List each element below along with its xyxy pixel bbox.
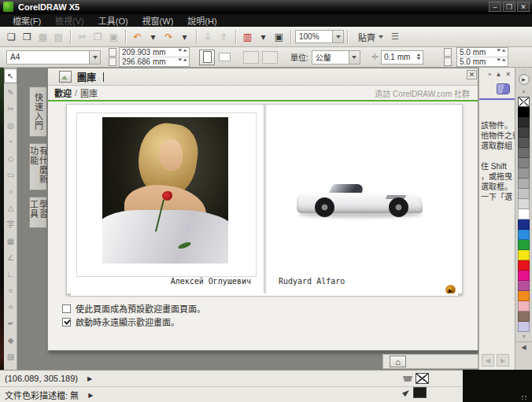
color-swatch[interactable]: [518, 107, 530, 117]
portrait-button[interactable]: [199, 50, 215, 65]
zoom-level-combo[interactable]: 100%: [295, 30, 344, 43]
color-swatch[interactable]: [518, 240, 530, 250]
palette-scroll-down-icon[interactable]: ▼: [515, 332, 532, 341]
home-button[interactable]: ⌂: [390, 356, 406, 367]
community-link[interactable]: 造訪 CorelDRAW.com 社群: [375, 87, 470, 99]
outline-pen-tool-icon[interactable]: ✒: [4, 315, 17, 332]
connector-tool-icon[interactable]: ∟: [4, 266, 17, 282]
docker-close-icon[interactable]: ✕: [505, 71, 511, 78]
gallery-image-car[interactable]: [294, 142, 429, 218]
units-combo[interactable]: 公釐: [312, 50, 360, 65]
color-swatch[interactable]: [518, 189, 530, 199]
color-swatch[interactable]: [518, 168, 530, 179]
launcher-dropdown-icon[interactable]: ▾: [256, 30, 271, 44]
redo-dropdown-icon[interactable]: ▾: [177, 30, 192, 44]
zoom-tool-icon[interactable]: ◎: [4, 117, 17, 134]
chevron-down-icon[interactable]: [349, 51, 360, 64]
all-pages-button[interactable]: [243, 51, 259, 64]
palette-scroll-up-icon[interactable]: ▲: [515, 87, 532, 96]
paper-size-combo[interactable]: A4: [6, 50, 101, 65]
color-swatch[interactable]: [518, 138, 530, 148]
rectangle-tool-icon[interactable]: ▭: [4, 167, 17, 183]
docker-collapse-icon[interactable]: »: [488, 71, 491, 78]
table-tool-icon[interactable]: ▦: [4, 233, 17, 249]
color-swatch[interactable]: [518, 230, 530, 240]
palette-expand-icon[interactable]: ◀: [515, 341, 532, 353]
palette-flyout-button[interactable]: ▶: [519, 74, 530, 85]
polygon-tool-icon[interactable]: △: [4, 200, 17, 216]
nudge-distance-field[interactable]: 0.1 mm: [381, 50, 423, 65]
redo-icon[interactable]: ↷: [161, 30, 176, 44]
menu-help[interactable]: 說明(H): [187, 14, 216, 27]
welcome-close-button[interactable]: ✕: [467, 70, 477, 79]
separator[interactable]: [125, 30, 127, 44]
current-page-button[interactable]: [262, 51, 278, 64]
color-swatch[interactable]: [518, 158, 530, 168]
gallery-tab-label[interactable]: 圖庫: [77, 70, 96, 83]
snap-to-dropdown[interactable]: 貼齊: [358, 31, 383, 43]
open-icon[interactable]: ❒: [20, 30, 35, 44]
chevron-down-icon[interactable]: [332, 31, 343, 42]
color-swatch[interactable]: [518, 209, 530, 219]
print-icon[interactable]: ▤: [51, 30, 66, 44]
crop-tool-icon[interactable]: ✂: [4, 101, 17, 117]
shape-tool-icon[interactable]: ✎: [4, 84, 17, 101]
duplicate-x-field[interactable]: 5.0 mm: [457, 48, 508, 57]
ellipse-tool-icon[interactable]: ○: [4, 183, 17, 200]
docker-dock-icon[interactable]: ▲: [495, 71, 501, 78]
color-swatch[interactable]: [518, 148, 530, 158]
resize-grip[interactable]: [521, 395, 527, 400]
cut-icon[interactable]: ✂: [75, 30, 90, 44]
color-swatch[interactable]: [518, 322, 530, 332]
color-swatch[interactable]: [518, 260, 530, 271]
hints-icon[interactable]: [497, 83, 510, 94]
text-tool-icon[interactable]: 字: [4, 216, 17, 233]
color-swatch[interactable]: [518, 127, 530, 138]
menu-view[interactable]: 檢視(V): [55, 14, 84, 27]
stepper-icons[interactable]: [417, 53, 421, 60]
duplicate-y-field[interactable]: 5.0 mm: [457, 57, 508, 66]
breadcrumb-welcome[interactable]: 歡迎: [54, 87, 72, 99]
color-swatch[interactable]: [518, 199, 530, 209]
pick-tool-icon[interactable]: ↖: [4, 68, 17, 83]
separator[interactable]: [290, 30, 292, 44]
color-swatch[interactable]: [518, 281, 530, 291]
paste-icon[interactable]: ▣: [106, 30, 121, 44]
stepper-icons[interactable]: [497, 58, 505, 61]
color-swatch[interactable]: [518, 117, 530, 127]
color-swatch[interactable]: [518, 179, 530, 189]
interactive-fill-tool-icon[interactable]: ▨: [4, 349, 17, 365]
back-button[interactable]: ◀: [482, 354, 494, 367]
close-button[interactable]: ✕: [517, 2, 530, 12]
tab-quick-start[interactable]: 快速入門: [29, 87, 46, 137]
fill-color-indicator[interactable]: [403, 373, 429, 384]
smart-fill-tool-icon[interactable]: ◇: [4, 150, 17, 167]
color-swatch[interactable]: [518, 291, 530, 301]
freehand-tool-icon[interactable]: ~: [4, 134, 17, 150]
always-show-checkbox[interactable]: [62, 318, 71, 326]
dimension-tool-icon[interactable]: ∠: [4, 249, 17, 266]
separator[interactable]: [70, 30, 72, 44]
copy-icon[interactable]: ❐: [91, 30, 105, 44]
forward-button[interactable]: ▶: [497, 354, 509, 367]
export-icon[interactable]: ⇧: [216, 30, 231, 44]
stepper-icons[interactable]: [178, 49, 187, 51]
undo-icon[interactable]: ↶: [130, 30, 145, 44]
stepper-icons[interactable]: [497, 49, 505, 51]
blend-tool-icon[interactable]: ≈: [4, 282, 17, 299]
page-height-field[interactable]: 296.686 mm: [120, 57, 189, 66]
gallery-image-portrait[interactable]: [102, 117, 228, 264]
color-swatch[interactable]: [518, 219, 530, 230]
landscape-button[interactable]: [216, 50, 232, 65]
import-icon[interactable]: ⇩: [201, 30, 216, 44]
no-color-swatch[interactable]: [518, 97, 530, 107]
welcome-screen-icon[interactable]: ▣: [272, 30, 286, 44]
profile-expand-icon[interactable]: ▶: [88, 392, 93, 399]
tab-learning-tools[interactable]: 學習工具: [29, 197, 46, 228]
eyedropper-tool-icon[interactable]: ✧: [4, 299, 17, 315]
new-document-icon[interactable]: ❏: [4, 30, 19, 44]
next-page-button[interactable]: ▶: [445, 285, 456, 295]
maximize-button[interactable]: ❐: [503, 2, 515, 12]
stepper-icons[interactable]: [178, 58, 187, 61]
menu-tools[interactable]: 工具(O): [98, 14, 128, 27]
